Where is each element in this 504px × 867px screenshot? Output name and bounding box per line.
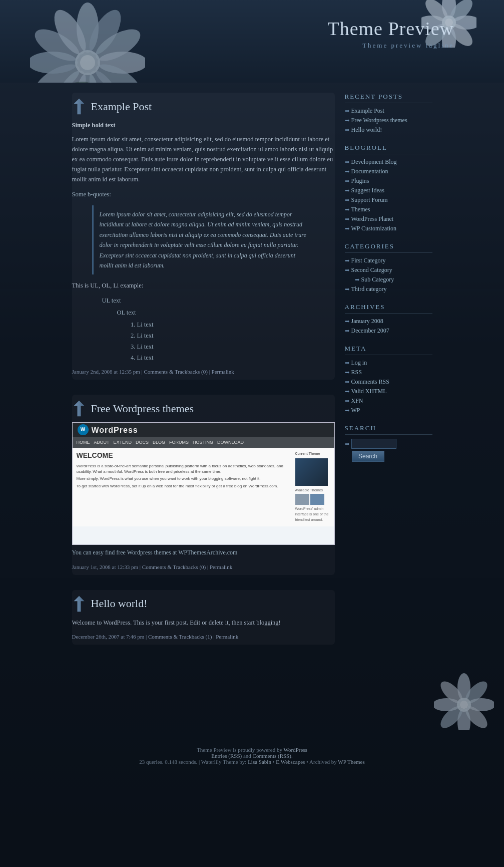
post1-body: Lorem ipsum dolor sit amet, consectetur …: [72, 134, 335, 184]
nav-item: DOCS: [136, 439, 149, 446]
sidebar-link-jan2008[interactable]: ➡ January 2008: [345, 318, 432, 325]
post1-bold: Simple bold text: [72, 120, 335, 130]
sidebar-categories: Categories ➡ First Category ➡ Second Cat…: [345, 242, 432, 293]
sidebar-link-valid-xhtml[interactable]: ➡ Valid XHTML: [345, 388, 432, 395]
post3-arrow-icon: [72, 595, 86, 613]
post-wp-themes: Free Wordpress themes W WordPress HOME A…: [72, 395, 335, 574]
list-item: Li text: [137, 331, 335, 341]
sidebar-link-plugins[interactable]: ➡ Plugins: [345, 177, 432, 185]
list-item: Li text: [137, 342, 335, 352]
sidebar-link-suggest-ideas[interactable]: ➡ Suggest Ideas: [345, 187, 432, 194]
post3-comments[interactable]: Comments & Trackbacks (1): [148, 634, 212, 640]
arrow-icon: ➡: [345, 267, 349, 273]
sidebar-link-wp[interactable]: ➡ WP: [345, 407, 432, 414]
sidebar-link-subcat[interactable]: ➡ Sub Category: [355, 276, 432, 283]
search-arrow-icon: ➡: [345, 441, 349, 447]
arrow-icon: ➡: [345, 407, 349, 414]
sidebar-link-label: Development Blog: [351, 158, 397, 166]
footer-comments-rss[interactable]: Comments (RSS): [253, 753, 291, 759]
post2-comments[interactable]: Comments & Trackbacks (0): [142, 564, 206, 570]
footer-lisa-sabin[interactable]: Lisa Sabin: [248, 759, 271, 765]
arrow-icon: ➡: [345, 168, 349, 175]
sidebar-link-dev-blog[interactable]: ➡ Development Blog: [345, 158, 432, 166]
sidebar-link-rss[interactable]: ➡ RSS: [345, 369, 432, 376]
footer-credits: 23 queries. 0.148 seconds. | Waterlily T…: [0, 759, 504, 765]
post1-permalink[interactable]: Permalink: [212, 369, 234, 375]
arrow-icon: ➡: [345, 379, 349, 385]
arrow-icon: ➡: [345, 388, 349, 395]
sidebar-link-cat2[interactable]: ➡ Second Category: [345, 266, 432, 274]
site-header: Theme Preview Theme preview tagline: [0, 0, 504, 83]
search-button[interactable]: Search: [352, 451, 384, 462]
sidebar-link-login[interactable]: ➡ Log in: [345, 359, 432, 367]
wp-body-text3: To get started with WordPress, set it up…: [77, 483, 292, 489]
site-title: Theme Preview Theme preview tagline: [327, 18, 454, 50]
footer-flower-icon: [434, 670, 494, 730]
post1-list: UL text OL text Li text Li text Li text …: [102, 296, 335, 363]
footer-ewebscapes[interactable]: E.Webscapes: [276, 759, 305, 765]
site-footer: Theme Preview is proudly powered by Word…: [0, 732, 504, 775]
sidebar-link-label: Themes: [351, 206, 370, 213]
post1-title-row: Example Post: [72, 98, 335, 115]
sidebar-link-label: Suggest Ideas: [351, 187, 384, 194]
sidebar-recent-posts: Recent Posts ➡ Example Post ➡ Free Wordp…: [345, 93, 432, 134]
sidebar-link-label: Third category: [351, 285, 387, 293]
arrow-icon: ➡: [345, 197, 349, 203]
post2-title-row: Free Wordpress themes: [72, 400, 335, 417]
sidebar-link-label: WP Customization: [351, 225, 397, 232]
sidebar-link-label: Second Category: [351, 266, 392, 274]
footer-period: .: [291, 753, 293, 759]
sidebar-link-free-wp[interactable]: ➡ Free Wordpress themes: [345, 117, 432, 124]
sidebar-link-wp-custom[interactable]: ➡ WP Customization: [345, 225, 432, 232]
arrow-icon: ➡: [345, 216, 349, 222]
sidebar-link-hello-world[interactable]: ➡ Hello world!: [345, 126, 432, 134]
post2-permalink[interactable]: Permalink: [210, 564, 232, 570]
sidebar-blogroll-heading: Blogroll: [345, 144, 432, 154]
footer-feeds: Entries (RSS) and Comments (RSS).: [0, 753, 504, 759]
post3-title: Hello world!: [91, 597, 148, 610]
wp-mock-nav: HOME ABOUT EXTEND DOCS BLOG FORUMS HOSTI…: [73, 437, 334, 448]
site-name: Theme Preview: [327, 18, 454, 40]
footer-powered-text: Theme Preview is proudly powered by: [197, 747, 282, 753]
nav-item: FORUMS: [169, 439, 189, 446]
svg-marker-27: [74, 401, 84, 417]
post3-date: December 26th, 2007 at 7:46 pm: [72, 634, 145, 640]
wp-thumb2: [310, 494, 324, 505]
sidebar-link-dec2007[interactable]: ➡ December 2007: [345, 327, 432, 335]
footer-entries-rss[interactable]: Entries (RSS): [211, 753, 242, 759]
wp-mock-sidebar: Current Theme Available Themes WordPress…: [295, 451, 330, 523]
sidebar-link-cat3[interactable]: ➡ Third category: [345, 285, 432, 293]
post2-date: January 1st, 2008 at 12:33 pm: [72, 564, 139, 570]
search-input-row: ➡: [345, 439, 432, 449]
search-box: ➡ Search: [345, 439, 432, 462]
sidebar-link-support-forum[interactable]: ➡ Support Forum: [345, 196, 432, 204]
sidebar-link-example-post[interactable]: ➡ Example Post: [345, 107, 432, 115]
sidebar-link-themes[interactable]: ➡ Themes: [345, 206, 432, 213]
arrow-icon: ➡: [345, 108, 349, 114]
wp-body-text: WordPress is a state-of-the-art semantic…: [77, 463, 292, 474]
sidebar-link-cat1[interactable]: ➡ First Category: [345, 257, 432, 264]
post1-comments[interactable]: Comments & Trackbacks (0): [144, 369, 207, 375]
sidebar: Recent Posts ➡ Example Post ➡ Free Wordp…: [345, 93, 432, 660]
post3-permalink[interactable]: Permalink: [216, 634, 238, 640]
post2-caption-text: You can easy find free Wordpress themes …: [72, 549, 238, 556]
post2-caption: You can easy find free Wordpress themes …: [72, 548, 335, 557]
wp-current-theme: Current Theme: [295, 451, 330, 456]
footer-wordpress-link[interactable]: WordPress: [283, 747, 307, 753]
wp-mock-body: WELCOME WordPress is a state-of-the-art …: [73, 448, 334, 526]
wp-logo: W: [78, 424, 89, 435]
footer-wp-themes-link[interactable]: WP Themes: [338, 759, 364, 765]
sidebar-archives-heading: Archives: [345, 303, 432, 314]
wp-theme-preview: [295, 458, 328, 486]
search-input[interactable]: [351, 439, 396, 449]
main-content: Example Post Simple bold text Lorem ipsu…: [72, 93, 335, 660]
nav-item: EXTEND: [114, 439, 132, 446]
nav-item: BLOG: [153, 439, 165, 446]
sidebar-link-wp-planet[interactable]: ➡ WordPress Planet: [345, 215, 432, 223]
sidebar-link-label: WP: [351, 407, 360, 414]
sidebar-link-xfn[interactable]: ➡ XFN: [345, 397, 432, 405]
sidebar-link-comments-rss[interactable]: ➡ Comments RSS: [345, 378, 432, 386]
nav-item: ABOUT: [94, 439, 110, 446]
sidebar-link-docs[interactable]: ➡ Documentation: [345, 168, 432, 175]
ul-label: UL text: [102, 296, 335, 306]
